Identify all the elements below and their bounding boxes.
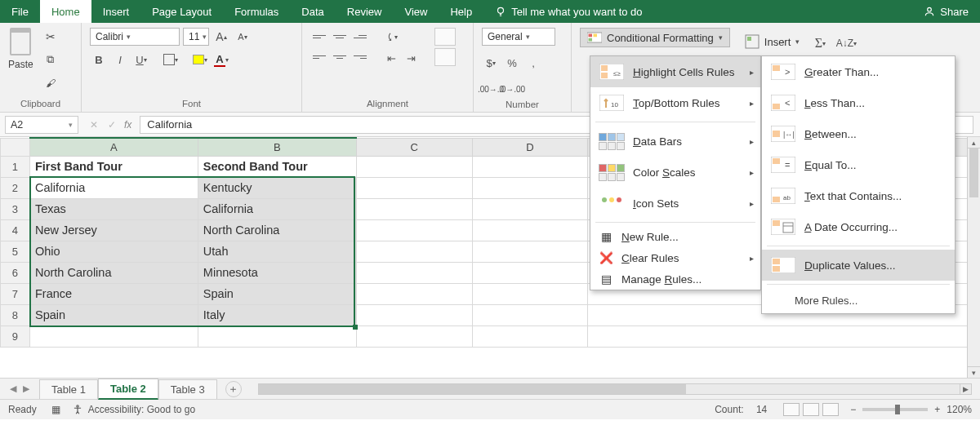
decrease-decimal-button[interactable]: .0→.00 <box>503 80 521 98</box>
row-header[interactable]: 7 <box>1 283 30 304</box>
cell[interactable] <box>356 198 472 219</box>
font-size-combo[interactable]: 11▾ <box>183 28 209 46</box>
zoom-out-button[interactable]: − <box>850 404 856 415</box>
bold-button[interactable]: B <box>90 51 108 69</box>
cell[interactable]: California <box>29 177 198 198</box>
cell[interactable] <box>29 326 198 347</box>
sheet-tab[interactable]: Table 2 <box>98 379 158 400</box>
decrease-indent-button[interactable]: ⇤ <box>382 49 400 67</box>
cell[interactable]: North Carolina <box>29 262 198 283</box>
cell[interactable]: Texas <box>29 198 198 219</box>
cell[interactable]: Ohio <box>29 241 198 262</box>
italic-button[interactable]: I <box>111 51 129 69</box>
cell[interactable] <box>472 198 588 219</box>
row-header[interactable]: 8 <box>1 304 30 326</box>
font-color-button[interactable]: A▾ <box>212 51 230 69</box>
cell[interactable] <box>356 219 472 241</box>
increase-font-button[interactable]: A▴ <box>212 28 230 46</box>
cell[interactable] <box>472 283 588 304</box>
menu-data[interactable]: Data <box>290 0 335 23</box>
cell[interactable] <box>472 219 588 241</box>
tab-nav-prev[interactable]: ◀ <box>10 383 16 394</box>
tell-me-search[interactable]: Tell me what you want to do <box>483 0 653 23</box>
align-middle-button[interactable] <box>331 28 349 46</box>
row-header[interactable]: 6 <box>1 262 30 283</box>
scroll-down-icon[interactable]: ▾ <box>968 366 980 378</box>
cf-color-scales[interactable]: Color Scales ▸ <box>590 157 760 188</box>
copy-button[interactable]: ⧉ <box>42 51 60 69</box>
scroll-right-icon[interactable]: ▶ <box>960 384 971 394</box>
cell[interactable] <box>356 177 472 198</box>
cell[interactable]: Minnesota <box>198 262 356 283</box>
accessibility-status[interactable]: Accessibility: Good to go <box>88 404 195 415</box>
zoom-in-button[interactable]: + <box>934 404 940 415</box>
col-header-B[interactable]: B <box>198 138 356 156</box>
scrollbar-thumb[interactable] <box>969 148 978 197</box>
view-page-layout-button[interactable] <box>803 403 819 416</box>
scroll-up-icon[interactable]: ▴ <box>968 137 980 148</box>
align-left-button[interactable] <box>310 48 328 66</box>
menu-view[interactable]: View <box>393 0 439 23</box>
hcr-duplicate-values[interactable]: Duplicate Values... <box>762 250 955 281</box>
sheet-tab[interactable]: Table 1 <box>39 379 98 399</box>
record-macro-icon[interactable]: ▦ <box>51 404 60 415</box>
cf-data-bars[interactable]: Data Bars ▸ <box>590 126 760 157</box>
cell[interactable]: Utah <box>198 241 356 262</box>
cell[interactable] <box>588 326 980 347</box>
cf-top-bottom-rules[interactable]: 10 Top/Bottom Rules ▸ <box>590 87 760 118</box>
fill-color-button[interactable]: ▾ <box>191 51 209 69</box>
view-normal-button[interactable] <box>783 403 800 416</box>
menu-file[interactable]: File <box>0 0 40 23</box>
increase-indent-button[interactable]: ⇥ <box>402 49 420 67</box>
cut-button[interactable] <box>42 28 60 46</box>
sort-filter-button[interactable]: A↓Z▾ <box>837 34 855 52</box>
cf-manage-rules[interactable]: ▤ Manage Rules... <box>590 268 760 290</box>
share-button[interactable]: Share <box>912 0 980 23</box>
orientation-button[interactable]: ⤹▾ <box>382 28 400 46</box>
view-page-break-button[interactable] <box>822 403 839 416</box>
hcr-less-than[interactable]: < Less Than... <box>762 87 955 118</box>
cf-clear-rules[interactable]: ❌ Clear Rules ▸ <box>590 247 760 268</box>
cell[interactable] <box>472 326 588 347</box>
cell[interactable] <box>356 326 472 347</box>
cell[interactable]: France <box>29 283 198 304</box>
borders-button[interactable]: ▾ <box>162 51 180 69</box>
row-header[interactable]: 4 <box>1 219 30 241</box>
menu-insert[interactable]: Insert <box>91 0 141 23</box>
cell[interactable]: Spain <box>198 283 356 304</box>
menu-formulas[interactable]: Formulas <box>223 0 290 23</box>
accept-formula-button[interactable]: ✓ <box>108 119 116 131</box>
autosum-button[interactable]: Σ▾ <box>811 34 829 52</box>
hcr-equal-to[interactable]: = Equal To... <box>762 149 955 180</box>
cell[interactable]: Second Band Tour <box>198 156 356 177</box>
menu-page-layout[interactable]: Page Layout <box>140 0 223 23</box>
cell[interactable] <box>356 262 472 283</box>
cell[interactable]: New Jersey <box>29 219 198 241</box>
cell[interactable] <box>356 241 472 262</box>
col-header-D[interactable]: D <box>472 138 588 156</box>
hcr-more-rules[interactable]: More Rules... <box>762 288 955 313</box>
hcr-between[interactable]: |↔| Between... <box>762 118 955 149</box>
name-box[interactable]: A2▾ <box>5 116 78 134</box>
cell[interactable] <box>472 156 588 177</box>
cancel-formula-button[interactable]: ✕ <box>90 119 98 131</box>
zoom-level[interactable]: 120% <box>947 404 972 415</box>
conditional-formatting-button[interactable]: Conditional Formatting ▾ <box>580 28 730 47</box>
row-header[interactable]: 1 <box>1 156 30 177</box>
cell[interactable] <box>356 304 472 326</box>
align-center-button[interactable] <box>331 48 349 66</box>
menu-review[interactable]: Review <box>336 0 394 23</box>
horizontal-scrollbar[interactable]: ◀ ▶ <box>258 383 972 395</box>
cell[interactable]: Kentucky <box>198 177 356 198</box>
cf-icon-sets[interactable]: Icon Sets ▸ <box>590 188 760 219</box>
font-name-combo[interactable]: Calibri▾ <box>90 28 180 46</box>
row-header[interactable]: 3 <box>1 198 30 219</box>
hcr-date-occurring[interactable]: A Date Occurring... <box>762 211 955 242</box>
cell[interactable]: North Carolina <box>198 219 356 241</box>
cell[interactable]: Italy <box>198 304 356 326</box>
decrease-font-button[interactable]: A▾ <box>234 28 252 46</box>
zoom-slider[interactable] <box>862 408 928 411</box>
vertical-scrollbar[interactable]: ▴ ▾ <box>967 137 980 378</box>
cell[interactable]: California <box>198 198 356 219</box>
cell[interactable] <box>356 283 472 304</box>
